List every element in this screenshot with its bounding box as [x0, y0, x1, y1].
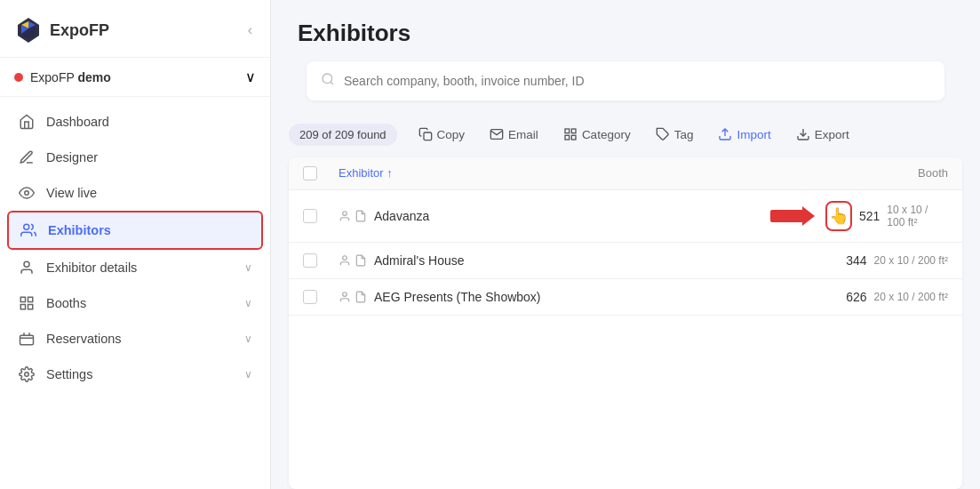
exhibitors-table: Exhibitor ↑ Booth A: [289, 157, 962, 489]
svg-rect-15: [424, 132, 432, 140]
table-header-row: Exhibitor ↑ Booth: [289, 157, 962, 190]
booth-cell-3: 626 20 x 10 / 200 ft²: [770, 290, 948, 304]
row-checkbox-1[interactable]: [303, 209, 317, 223]
tag-button[interactable]: Tag: [645, 122, 705, 147]
sidebar-item-exhibitor-details[interactable]: Exhibitor details ∨: [0, 250, 270, 285]
exhibitor-icons-1: [339, 210, 367, 222]
account-left: ExpoFP demo: [14, 70, 111, 84]
account-name-label: ExpoFP demo: [30, 70, 111, 84]
sidebar-item-label-exhibitors: Exhibitors: [48, 223, 111, 237]
copy-icon: [418, 127, 433, 141]
svg-rect-18: [565, 135, 570, 140]
booth-number-1: 521: [859, 209, 880, 223]
svg-rect-12: [20, 335, 34, 345]
exhibitor-icons-3: [339, 291, 367, 303]
booth-size-1: 10 x 10 / 100 ft²: [887, 204, 948, 228]
page-title: Exhibitors: [298, 20, 953, 47]
email-icon: [490, 127, 504, 141]
svg-point-7: [24, 261, 29, 267]
export-button[interactable]: Export: [785, 122, 860, 147]
person-icon: [339, 254, 351, 267]
sidebar-item-booths[interactable]: Booths ∨: [0, 285, 270, 321]
pencil-icon: [18, 148, 36, 166]
chevron-down-icon: ∨: [244, 261, 252, 274]
sidebar: ExpoFP ‹ ExpoFP demo ∨ Dashboard: [0, 0, 271, 489]
main-content: Exhibitors 209 of 209 found Copy: [271, 0, 980, 489]
home-icon: [18, 113, 36, 131]
svg-point-24: [343, 256, 347, 261]
sidebar-item-view-live[interactable]: View live: [0, 175, 270, 211]
exhibitor-name-1[interactable]: Adavanza: [374, 209, 429, 223]
search-container: [289, 61, 962, 100]
row-checkbox-2[interactable]: [303, 253, 317, 268]
column-header-exhibitor[interactable]: Exhibitor ↑: [339, 166, 770, 180]
collapse-sidebar-button[interactable]: ‹: [244, 19, 256, 42]
count-badge: 209 of 209 found: [289, 124, 397, 146]
sidebar-item-label-view-live: View live: [46, 186, 97, 200]
sidebar-item-label-designer: Designer: [46, 150, 98, 164]
svg-point-25: [343, 293, 347, 297]
svg-point-23: [343, 212, 347, 216]
chevron-down-icon-booths: ∨: [244, 297, 252, 309]
logo-area: ExpoFP: [14, 16, 109, 44]
booth-size-3: 20 x 10 / 200 ft²: [874, 291, 948, 303]
svg-point-13: [25, 373, 29, 377]
exhibitor-cell-1: Adavanza: [339, 209, 770, 223]
eye-icon: [18, 184, 36, 202]
sidebar-item-label-dashboard: Dashboard: [46, 115, 109, 129]
booth-number-3: 626: [846, 290, 866, 304]
chevron-down-icon-reservations: ∨: [244, 333, 252, 345]
row-checkbox-3[interactable]: [303, 290, 317, 304]
import-button[interactable]: Import: [707, 122, 781, 147]
reservations-icon: [18, 330, 36, 348]
sidebar-item-designer[interactable]: Designer: [0, 140, 270, 175]
sidebar-item-settings[interactable]: Settings ∨: [0, 357, 270, 392]
logo-text: ExpoFP: [50, 21, 109, 40]
table-header-checkbox: [303, 166, 339, 180]
document-icon: [355, 291, 367, 303]
exhibitor-cell-2: Admiral's House: [339, 253, 770, 268]
hand-pointer-box[interactable]: 👆: [825, 201, 852, 231]
email-button[interactable]: Email: [479, 122, 549, 147]
svg-rect-9: [28, 297, 33, 301]
account-chevron-icon: ∨: [245, 68, 256, 85]
copy-button[interactable]: Copy: [408, 122, 476, 147]
svg-point-6: [24, 224, 29, 229]
booth-number-2: 344: [846, 253, 866, 268]
tag-icon: [656, 127, 670, 141]
row-checkbox-wrap-1: [303, 209, 339, 223]
sidebar-item-dashboard[interactable]: Dashboard: [0, 104, 270, 140]
table-row: AEG Presents (The Showbox) 626 20 x 10 /…: [289, 279, 962, 316]
person-icon: [339, 210, 351, 222]
account-dot-icon: [14, 73, 23, 82]
sidebar-item-reservations[interactable]: Reservations ∨: [0, 321, 270, 357]
export-icon: [796, 127, 810, 141]
booth-cell-2: 344 20 x 10 / 200 ft²: [770, 253, 948, 268]
import-icon: [718, 127, 732, 141]
sidebar-header: ExpoFP ‹: [0, 0, 270, 58]
exhibitor-name-2[interactable]: Admiral's House: [374, 253, 465, 268]
settings-icon: [18, 365, 36, 383]
category-button[interactable]: Category: [553, 122, 641, 147]
sidebar-item-label-exhibitor-details: Exhibitor details: [46, 261, 137, 275]
svg-rect-11: [28, 305, 33, 309]
table-row: Adavanza 👆 521 10 x 10 / 100 ft²: [289, 190, 962, 243]
sidebar-item-exhibitors[interactable]: Exhibitors: [7, 211, 263, 250]
toolbar-bar: 209 of 209 found Copy Email: [271, 111, 980, 157]
nav-section: Dashboard Designer View live: [0, 97, 270, 399]
booths-icon: [18, 294, 36, 312]
svg-rect-8: [20, 297, 25, 301]
exhibitor-name-3[interactable]: AEG Presents (The Showbox): [374, 290, 541, 304]
svg-rect-10: [20, 305, 25, 309]
booth-cell-1: 👆 521 10 x 10 / 100 ft²: [770, 201, 948, 231]
svg-rect-17: [571, 129, 576, 133]
search-area: [307, 61, 944, 100]
svg-point-14: [323, 74, 332, 84]
chevron-down-icon-settings: ∨: [244, 368, 252, 381]
column-header-booth: Booth: [770, 166, 948, 180]
search-input[interactable]: [344, 74, 930, 88]
account-selector[interactable]: ExpoFP demo ∨: [0, 58, 270, 97]
svg-point-5: [25, 191, 29, 196]
svg-rect-19: [571, 135, 576, 140]
select-all-checkbox[interactable]: [303, 166, 317, 180]
